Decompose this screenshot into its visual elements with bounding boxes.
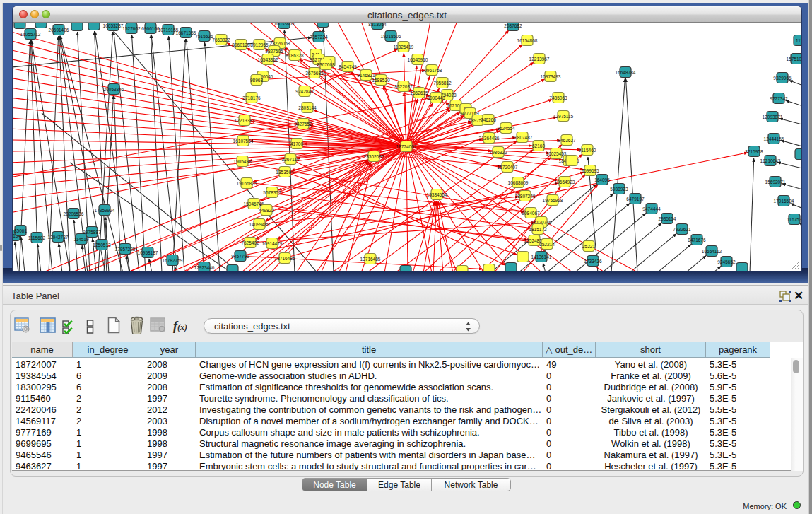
svg-text:19384554: 19384554: [427, 192, 447, 197]
svg-text:8990448: 8990448: [427, 95, 445, 100]
svg-text:7357224: 7357224: [310, 35, 328, 40]
svg-text:19218506: 19218506: [381, 34, 401, 39]
svg-text:10958187: 10958187: [138, 250, 158, 255]
svg-text:12093871: 12093871: [763, 115, 783, 119]
svg-text:10973493: 10973493: [541, 74, 561, 79]
svg-text:1250513: 1250513: [93, 243, 111, 247]
svg-text:16210643: 16210643: [760, 158, 781, 163]
svg-text:9474444: 9474444: [642, 206, 661, 211]
svg-text:25221: 25221: [582, 244, 595, 249]
svg-text:98963: 98963: [250, 78, 263, 83]
svg-text:19756928: 19756928: [543, 198, 563, 203]
svg-text:9242848: 9242848: [295, 89, 314, 94]
svg-text:20691406: 20691406: [49, 28, 69, 33]
svg-text:111: 111: [796, 38, 801, 43]
svg-text:11325419: 11325419: [394, 45, 414, 49]
svg-text:7625402: 7625402: [241, 240, 259, 245]
svg-text:10654112: 10654112: [702, 249, 722, 254]
svg-text:1527602: 1527602: [122, 26, 141, 31]
svg-text:10961758: 10961758: [422, 68, 442, 73]
svg-text:16914479: 16914479: [262, 241, 283, 246]
svg-text:164095: 164095: [594, 177, 610, 182]
svg-text:12942737: 12942737: [48, 235, 69, 240]
svg-text:13716485: 13716485: [360, 257, 381, 262]
svg-text:1588520: 1588520: [372, 78, 390, 83]
svg-text:449822: 449822: [259, 208, 274, 213]
svg-text:1905498: 1905498: [233, 159, 252, 164]
svg-text:252214: 252214: [539, 242, 555, 247]
svg-text:9115460: 9115460: [579, 148, 596, 153]
svg-text:9463627: 9463627: [558, 138, 576, 143]
svg-text:23302095: 23302095: [364, 154, 384, 159]
svg-text:9457791: 9457791: [231, 254, 249, 259]
svg-text:16107554: 16107554: [233, 139, 254, 144]
svg-text:1733426: 1733426: [584, 259, 602, 264]
svg-text:12444155: 12444155: [764, 136, 784, 141]
svg-text:8912955: 8912955: [250, 42, 269, 47]
svg-text:8471676: 8471676: [688, 238, 706, 243]
svg-text:15751074: 15751074: [787, 57, 801, 62]
svg-text:20053346: 20053346: [104, 87, 124, 92]
svg-text:1115682: 1115682: [28, 235, 46, 240]
svg-text:21364436: 21364436: [479, 136, 500, 141]
svg-text:7485063: 7485063: [549, 95, 567, 100]
svg-text:18807249: 18807249: [515, 194, 536, 199]
svg-text:9975887: 9975887: [83, 230, 101, 235]
svg-text:9227342: 9227342: [770, 96, 788, 101]
svg-text:12213383: 12213383: [235, 118, 255, 123]
svg-text:12213967: 12213967: [529, 57, 550, 62]
svg-text:8813054: 8813054: [368, 23, 387, 27]
svg-text:2087682: 2087682: [504, 23, 522, 28]
svg-text:5578352: 5578352: [263, 190, 281, 195]
svg-text:9329966: 9329966: [773, 76, 792, 81]
svg-text:41700: 41700: [290, 141, 303, 146]
svg-text:3267110: 3267110: [282, 157, 300, 162]
svg-text:8186328: 8186328: [286, 53, 304, 58]
svg-text:12975115: 12975115: [553, 114, 574, 119]
svg-text:7955812: 7955812: [433, 81, 452, 86]
svg-text:23226058: 23226058: [270, 41, 290, 46]
svg-text:16033809: 16033809: [274, 23, 295, 26]
svg-text:2803144: 2803144: [298, 105, 317, 110]
svg-text:85061: 85061: [14, 228, 27, 233]
svg-text:16782759: 16782759: [163, 258, 183, 263]
svg-text:9327505: 9327505: [265, 49, 283, 54]
svg-text:16671355: 16671355: [176, 30, 196, 35]
svg-text:1815172: 1815172: [529, 227, 547, 232]
svg-text:19654923: 19654923: [555, 180, 575, 185]
svg-text:1362615: 1362615: [410, 90, 428, 95]
svg-text:15720407: 15720407: [498, 165, 518, 170]
svg-text:62160: 62160: [532, 144, 545, 148]
svg-text:16154808: 16154808: [517, 38, 538, 43]
svg-text:8215958: 8215958: [745, 149, 763, 154]
svg-text:9427552: 9427552: [294, 122, 312, 127]
svg-text:14099489: 14099489: [249, 222, 270, 227]
svg-text:3675685: 3675685: [305, 71, 324, 76]
svg-text:19166825: 19166825: [237, 181, 257, 186]
svg-text:9146821: 9146821: [357, 73, 375, 78]
svg-text:16648784: 16648784: [616, 70, 636, 75]
svg-text:8960128: 8960128: [232, 42, 250, 47]
svg-text:1353594: 1353594: [276, 170, 294, 175]
svg-text:7515526: 7515526: [195, 34, 213, 39]
svg-text:8454749: 8454749: [339, 64, 357, 69]
svg-text:18724007: 18724007: [396, 144, 417, 149]
svg-text:10807487: 10807487: [512, 135, 533, 140]
svg-text:17016504: 17016504: [774, 199, 794, 204]
svg-text:114519: 114519: [73, 237, 89, 242]
svg-text:7932621: 7932621: [673, 227, 691, 232]
svg-text:16543362: 16543362: [258, 57, 278, 62]
svg-text:2367608: 2367608: [317, 62, 335, 67]
svg-text:10688609: 10688609: [508, 180, 529, 185]
svg-text:6966160: 6966160: [141, 26, 160, 31]
svg-text:9699695: 9699695: [581, 168, 599, 173]
svg-text:10653287: 10653287: [103, 23, 124, 28]
svg-text:9245652: 9245652: [717, 259, 736, 264]
svg-text:3624554: 3624554: [497, 126, 515, 131]
svg-text:8322037: 8322037: [394, 84, 413, 89]
svg-text:15692071: 15692071: [765, 180, 786, 185]
svg-text:5938923: 5938923: [610, 187, 628, 192]
svg-text:14136141: 14136141: [531, 255, 552, 259]
svg-text:9084067: 9084067: [522, 211, 540, 216]
svg-text:2718176: 2718176: [242, 95, 261, 100]
